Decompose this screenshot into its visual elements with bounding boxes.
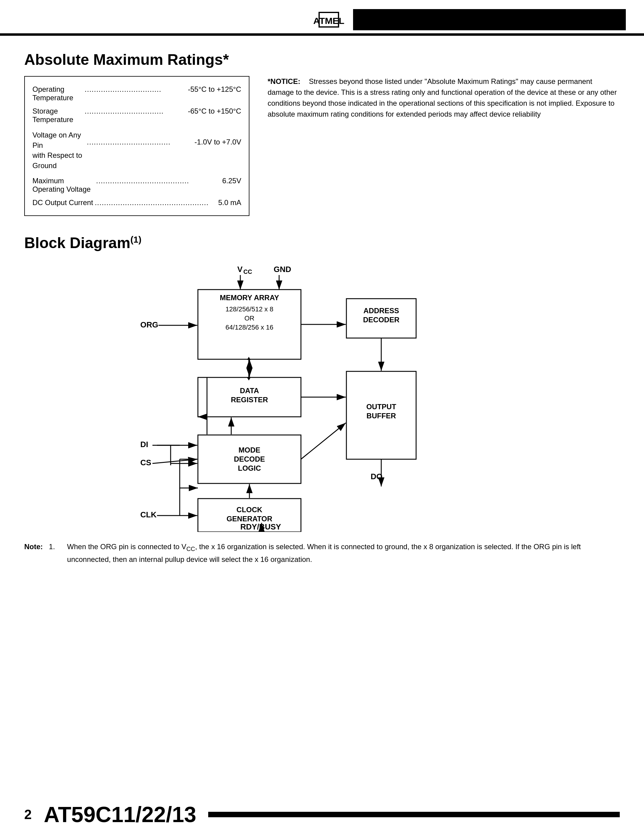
memory-or-label: OR: [244, 314, 254, 322]
svg-line-24: [153, 459, 197, 463]
footer-title: AT59C11/22/13: [43, 802, 196, 827]
clock-gen-label1: CLOCK: [237, 505, 262, 514]
output-buffer-label2: BUFFER: [366, 412, 396, 420]
vcc-sub-label: CC: [243, 269, 252, 275]
cs-label: CS: [140, 458, 151, 467]
ratings-row-1: Operating Temperature ..................…: [32, 83, 241, 105]
atmel-logo-icon: ATMEL: [304, 9, 353, 30]
note-text: When the ORG pin is connected to VCC, th…: [67, 541, 620, 565]
di-label: DI: [140, 440, 148, 449]
notice-label: *NOTICE:: [267, 77, 304, 85]
rdy-busy-label: RDY/BUSY: [240, 522, 281, 531]
ratings-notice: *NOTICE: Stresses beyond those listed un…: [267, 76, 620, 120]
diagram-container: V CC GND MEMORY ARRAY 128/256/512 x 8 OR…: [24, 259, 620, 532]
svg-marker-15: [247, 378, 251, 380]
block-diagram-title: Block Diagram(1): [24, 234, 620, 252]
ratings-title: Absolute Maximum Ratings*: [24, 51, 620, 68]
ratings-row-4: Maximum Operating Voltage ..............…: [32, 174, 241, 196]
note-label: Note:: [24, 541, 43, 565]
ratings-section: Absolute Maximum Ratings* Operating Temp…: [24, 51, 620, 216]
svg-line-21: [301, 423, 346, 459]
mode-decode-label2: DECODE: [233, 455, 265, 463]
svg-text:ATMEL: ATMEL: [313, 16, 344, 26]
header-black-bar: [353, 9, 626, 30]
page-header: ATMEL: [0, 0, 644, 36]
mode-decode-label1: MODE: [238, 446, 260, 454]
clock-gen-label2: GENERATOR: [226, 515, 272, 523]
memory-sizes-label: 128/256/512 x 8: [225, 306, 274, 313]
clk-label: CLK: [140, 510, 157, 519]
do-label: DO: [370, 472, 382, 481]
org-label: ORG: [140, 320, 158, 329]
memory-array-label: MEMORY ARRAY: [220, 294, 279, 302]
footer-bar: [208, 812, 620, 817]
vcc-label: V: [237, 265, 243, 274]
block-diagram-section: Block Diagram(1): [24, 234, 620, 565]
address-decoder-label1: ADDRESS: [363, 307, 399, 315]
ratings-row-3: Voltage on Any Pinwith Respect to Ground…: [32, 126, 241, 174]
memory-sizes2-label: 64/128/256 x 16: [225, 323, 274, 331]
logo-area: ATMEL: [304, 9, 353, 30]
note-section: Note: 1. When the ORG pin is connected t…: [24, 541, 620, 565]
ratings-row-2: Storage Temperature ....................…: [32, 105, 241, 126]
ratings-table: Operating Temperature ..................…: [24, 76, 250, 216]
page-number: 2: [24, 807, 32, 822]
main-content: Absolute Maximum Ratings* Operating Temp…: [0, 36, 644, 598]
block-diagram-svg: V CC GND MEMORY ARRAY 128/256/512 x 8 OR…: [80, 259, 565, 532]
svg-marker-14: [247, 357, 251, 360]
data-register-label1: DATA: [240, 386, 259, 395]
ratings-row-5: DC Output Current ......................…: [32, 196, 241, 209]
note-number: 1.: [49, 541, 61, 565]
address-decoder-label2: DECODER: [363, 316, 399, 324]
ratings-layout: Operating Temperature ..................…: [24, 76, 620, 216]
notice-text: Stresses beyond those listed under "Abso…: [267, 77, 617, 118]
data-register-label2: REGISTER: [231, 396, 268, 404]
output-buffer-label1: OUTPUT: [366, 402, 396, 411]
mode-decode-label3: LOGIC: [238, 464, 261, 472]
page-footer: 2 AT59C11/22/13: [0, 796, 644, 833]
gnd-label: GND: [274, 265, 291, 274]
